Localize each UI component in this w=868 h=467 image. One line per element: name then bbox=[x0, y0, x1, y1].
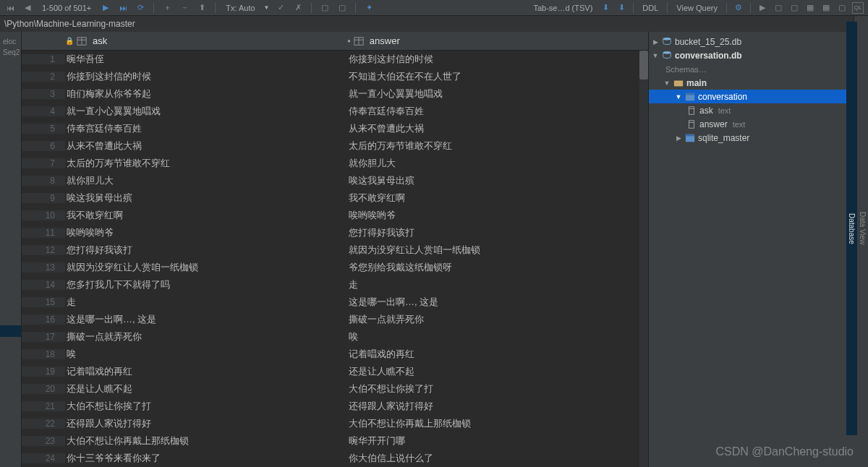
settings-button[interactable]: ⚙ bbox=[733, 2, 744, 14]
tx-commit-button[interactable]: ✓ bbox=[275, 2, 286, 14]
cell-ask[interactable]: 还得跟人家说打得好 bbox=[65, 417, 347, 430]
table-row[interactable]: 13就因为没穿红让人赏咱一纸枷锁爷您别给我戴这纸枷锁呀 bbox=[22, 259, 648, 276]
cell-answer[interactable]: 这是哪一出啊…, 这是 bbox=[347, 296, 648, 309]
cell-ask[interactable]: 你接到这封信的时候 bbox=[65, 70, 347, 83]
table-row[interactable]: 22还得跟人家说打得好大伯不想让你再戴上那纸枷锁 bbox=[22, 415, 648, 432]
cell-answer[interactable]: 唉哟唉哟爷 bbox=[347, 209, 648, 222]
table-row[interactable]: 24你十三爷爷来看你来了你大伯信上说什么了 bbox=[22, 450, 648, 467]
cell-answer[interactable]: 就因为没穿红让人赏咱一纸枷锁 bbox=[347, 244, 648, 257]
cell-ask[interactable]: 就因为没穿红让人赏咱一纸枷锁 bbox=[65, 261, 347, 274]
cell-ask[interactable]: 咱们梅家从你爷爷起 bbox=[65, 87, 347, 100]
cell-answer[interactable]: 您打得好我该打 bbox=[347, 226, 648, 239]
cell-answer[interactable]: 爷您别给我戴这纸枷锁呀 bbox=[347, 261, 648, 274]
table-row[interactable]: 3咱们梅家从你爷爷起就一直小心翼翼地唱戏 bbox=[22, 85, 648, 103]
cell-answer[interactable]: 从来不曾遭此大祸 bbox=[347, 122, 648, 135]
column-ask-node[interactable]: ask text bbox=[649, 103, 868, 117]
table-row[interactable]: 5侍奉宫廷侍奉百姓从来不曾遭此大祸 bbox=[22, 120, 648, 137]
cell-answer[interactable]: 记着唱戏的再红 bbox=[347, 348, 648, 361]
cell-ask[interactable]: 你十三爷爷来看你来了 bbox=[65, 452, 347, 465]
prev-page-button[interactable]: ◀ bbox=[22, 2, 33, 14]
table-row[interactable]: 20还是让人瞧不起大伯不想让你挨了打 bbox=[22, 380, 648, 398]
db-node-bucket[interactable]: ▶ bucket_15_25.db bbox=[649, 35, 868, 48]
schemas-node[interactable]: Schemas… bbox=[649, 62, 868, 76]
cell-answer[interactable]: 我不敢穿红啊 bbox=[347, 192, 648, 205]
cell-ask[interactable]: 晼华吾侄 bbox=[65, 53, 347, 66]
tx-rollback-button[interactable]: ✗ bbox=[292, 2, 304, 14]
dropdown-icon[interactable]: ▼ bbox=[264, 4, 270, 11]
cell-answer[interactable]: 还得跟人家说打得好 bbox=[347, 400, 648, 413]
cell-answer[interactable]: 不知道大伯还在不在人世了 bbox=[347, 70, 648, 83]
table-row[interactable]: 8就你胆儿大唉这我舅母出殡 bbox=[22, 172, 648, 189]
table-row[interactable]: 11唉哟唉哟爷您打得好我该打 bbox=[22, 224, 648, 241]
cell-answer[interactable]: 唉 bbox=[347, 330, 648, 343]
collapse-all-button[interactable]: ▶ bbox=[757, 2, 768, 14]
cell-answer[interactable]: 太后的万寿节谁敢不穿红 bbox=[347, 140, 648, 153]
next-page-button[interactable]: ▶ bbox=[100, 2, 111, 14]
cell-ask[interactable]: 唉这我舅母出殡 bbox=[65, 192, 347, 205]
table-row[interactable]: 1晼华吾侄你接到这封信的时候 bbox=[22, 51, 648, 68]
commit-button[interactable]: ⬆ bbox=[196, 2, 208, 14]
cell-ask[interactable]: 记着唱戏的再红 bbox=[65, 365, 347, 378]
tab-database[interactable]: Database bbox=[846, 22, 857, 435]
ddl-button[interactable]: DDL bbox=[639, 4, 661, 12]
table-row[interactable]: 10我不敢穿红啊唉哟唉哟爷 bbox=[22, 207, 648, 224]
tab-data-view[interactable]: Data View bbox=[857, 22, 868, 435]
first-page-button[interactable]: ⏮ bbox=[4, 2, 16, 14]
cell-answer[interactable]: 撕破一点就弄死你 bbox=[347, 313, 648, 326]
cell-ask[interactable]: 侍奉宫廷侍奉百姓 bbox=[65, 122, 347, 135]
cell-answer[interactable]: 晼华开开门哪 bbox=[347, 434, 648, 447]
table-row[interactable]: 14您多打我几下不就得了吗走 bbox=[22, 276, 648, 294]
tool-4-button[interactable]: ▦ bbox=[820, 2, 832, 14]
tool-3-button[interactable]: ▦ bbox=[804, 2, 816, 14]
cell-ask[interactable]: 您多打我几下不就得了吗 bbox=[65, 278, 347, 291]
cell-ask[interactable]: 大伯不想让你再戴上那纸枷锁 bbox=[65, 434, 347, 447]
import-button[interactable]: ⬇ bbox=[616, 2, 627, 14]
cell-ask[interactable]: 从来不曾遭此大祸 bbox=[65, 140, 347, 153]
cell-ask[interactable]: 太后的万寿节谁敢不穿红 bbox=[65, 157, 347, 170]
cell-answer[interactable]: 你接到这封信的时候 bbox=[347, 53, 648, 66]
table-row[interactable]: 19记着唱戏的再红还是让人瞧不起 bbox=[22, 363, 648, 380]
table-row[interactable]: 15走这是哪一出啊…, 这是 bbox=[22, 294, 648, 311]
add-row-button[interactable]: ＋ bbox=[161, 2, 173, 14]
table-row[interactable]: 4就一直小心翼翼地唱戏侍奉宫廷侍奉百姓 bbox=[22, 103, 648, 120]
export-format[interactable]: Tab-se…d (TSV) bbox=[530, 4, 595, 12]
cell-ask[interactable]: 我不敢穿红啊 bbox=[65, 209, 347, 222]
cell-ask[interactable]: 唉 bbox=[65, 348, 347, 361]
cell-ask[interactable]: 您打得好我该打 bbox=[65, 244, 347, 257]
cell-answer[interactable]: 还是让人瞧不起 bbox=[347, 365, 648, 378]
cell-ask[interactable]: 就你胆儿大 bbox=[65, 174, 347, 187]
tool-2-button[interactable]: ▢ bbox=[788, 2, 800, 14]
cell-answer[interactable]: 大伯不想让你挨了打 bbox=[347, 382, 648, 395]
cell-answer[interactable]: 就一直小心翼翼地唱戏 bbox=[347, 87, 648, 100]
left-gutter-item[interactable]: Seq2 bbox=[0, 47, 21, 58]
cell-ask[interactable]: 这是哪一出啊…, 这是 bbox=[65, 313, 347, 326]
table-sqlite-master-node[interactable]: ▶ sqlite_master bbox=[649, 131, 868, 145]
table-row[interactable]: 7太后的万寿节谁敢不穿红就你胆儿大 bbox=[22, 155, 648, 172]
cell-ask[interactable]: 撕破一点就弄死你 bbox=[65, 330, 347, 343]
cell-answer[interactable]: 侍奉宫廷侍奉百姓 bbox=[347, 105, 648, 118]
cell-ask[interactable]: 大伯不想让你挨了打 bbox=[65, 400, 347, 413]
table-row[interactable]: 2你接到这封信的时候不知道大伯还在不在人世了 bbox=[22, 68, 648, 85]
column-header-answer[interactable]: ● answer bbox=[347, 35, 648, 46]
table-row[interactable]: 6从来不曾遭此大祸太后的万寿节谁敢不穿红 bbox=[22, 137, 648, 155]
last-page-button[interactable]: ⏭ bbox=[117, 2, 129, 14]
tool-1-button[interactable]: ▢ bbox=[773, 2, 784, 14]
view-query-button[interactable]: View Query bbox=[673, 4, 720, 12]
remove-row-button[interactable]: － bbox=[179, 2, 190, 14]
console-button[interactable]: ▢ bbox=[836, 2, 848, 14]
tx-mode[interactable]: Tx: Auto bbox=[223, 4, 258, 12]
table-row[interactable]: 12您打得好我该打就因为没穿红让人赏咱一纸枷锁 bbox=[22, 241, 648, 259]
export-button[interactable]: ⬇ bbox=[600, 2, 611, 14]
cell-answer[interactable]: 大伯不想让你再戴上那纸枷锁 bbox=[347, 417, 648, 430]
sort-button[interactable]: ▢ bbox=[336, 2, 348, 14]
sql-button[interactable]: QL bbox=[852, 2, 864, 14]
table-row[interactable]: 9唉这我舅母出殡我不敢穿红啊 bbox=[22, 189, 648, 207]
table-row[interactable]: 21大伯不想让你挨了打还得跟人家说打得好 bbox=[22, 398, 648, 415]
scrollbar-thumb[interactable] bbox=[639, 51, 648, 80]
pin-button[interactable]: ✦ bbox=[363, 2, 375, 14]
table-row[interactable]: 18唉记着唱戏的再红 bbox=[22, 346, 648, 363]
table-conversation-node[interactable]: ▼ conversation bbox=[649, 90, 868, 103]
cell-answer[interactable]: 唉这我舅母出殡 bbox=[347, 174, 648, 187]
cell-answer[interactable]: 就你胆儿大 bbox=[347, 157, 648, 170]
schema-main-node[interactable]: ▼ main bbox=[649, 76, 868, 90]
